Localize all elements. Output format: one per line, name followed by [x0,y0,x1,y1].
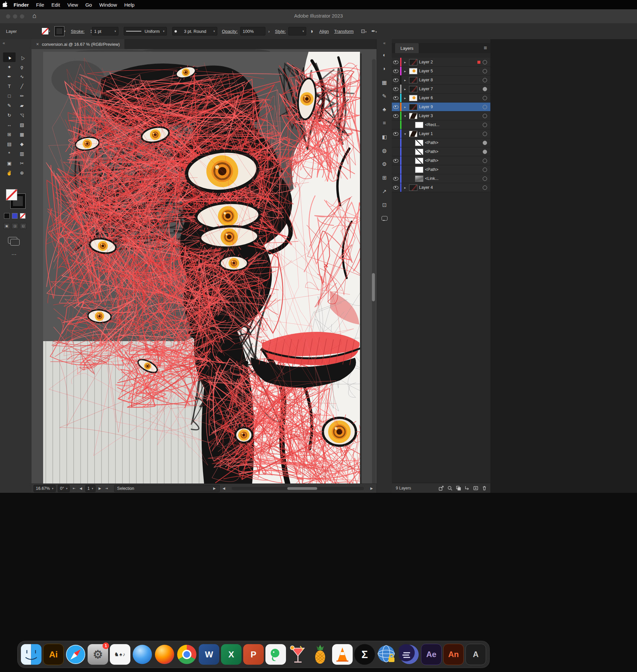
panel-icon-asset-export[interactable]: ⊡ [380,201,389,209]
visibility-toggle[interactable] [392,183,400,192]
expand-chevron-icon[interactable]: ▸ [403,96,407,100]
expand-chevron-icon[interactable]: ▸ [403,105,407,109]
dock-icon-vlc[interactable] [332,644,353,665]
panel-icon-stroke[interactable]: ≡ [380,119,389,127]
opacity-field[interactable]: 100% [240,27,266,36]
dock-icon-excel[interactable]: X [221,644,241,665]
dock-icon-globe-lock-app[interactable] [377,644,397,665]
layer-thumbnail[interactable] [415,167,423,173]
horizontal-scrollbar[interactable] [232,487,364,490]
layer-row-layer-2[interactable]: ▸ Layer 2 [392,58,490,67]
tool-selection[interactable]: ▲ [3,52,16,62]
panel-icon-brushes[interactable]: ✎ [380,92,389,100]
tool-magic-wand[interactable]: ✦ [3,62,16,72]
menu-file[interactable]: File [33,2,48,7]
tool-perspective-grid[interactable]: ⊞ [3,129,16,139]
variable-width-dropdown[interactable]: Uniform▾ [124,27,167,36]
layer-row-layer-6[interactable]: ▸ Layer 6 [392,94,490,103]
visibility-toggle[interactable] [392,103,400,111]
layer-thumbnail[interactable] [409,113,417,119]
dock-icon-pineapple-app[interactable] [310,644,330,665]
target-circle-icon[interactable] [483,96,487,100]
tool-width[interactable]: ↔ [3,120,16,129]
tool-paintbrush[interactable]: ✏ [16,91,28,101]
panel-icon-transparency[interactable]: ◍ [380,146,389,154]
stroke-weight-field[interactable]: 1 pt▾ [92,27,119,36]
layer-row-layer-3[interactable]: ▾ Layer 3 [392,111,490,121]
menu-window[interactable]: Window [95,2,121,7]
fill-swatch-none[interactable] [6,189,17,200]
style-label[interactable]: Style: [275,29,286,34]
canvas[interactable] [32,49,377,484]
scroll-right-button[interactable]: ▶ [369,487,374,490]
horizontal-scroll-thumb[interactable] [287,487,317,490]
brush-preset-dropdown[interactable]: 3 pt. Round▾ [172,27,217,36]
screen-mode-icon[interactable] [8,237,17,243]
layer-name[interactable]: <Path> [425,158,483,163]
layer-row-layer-7[interactable]: ▸ Layer 7 [392,85,490,94]
layer-thumbnail[interactable] [409,104,417,110]
panel-icon-export[interactable]: ↗ [380,187,389,195]
new-layer-icon[interactable] [473,486,478,491]
edit-toolbar-icon[interactable]: … [11,250,17,256]
locate-object-icon[interactable] [447,486,453,491]
tool-direct-selection[interactable]: △ [16,52,28,62]
layer-row--path-[interactable]: <Path> [392,165,490,174]
layer-thumbnail[interactable] [415,149,423,155]
close-tab-icon[interactable]: × [36,41,39,47]
new-sublayer-icon[interactable] [465,486,470,491]
dock-icon-evernote[interactable] [266,644,286,665]
dock-icon-animate[interactable]: An [443,644,464,665]
dock-icon-illustrator[interactable]: Ai [43,644,64,665]
color-button[interactable] [4,213,10,219]
target-circle-icon[interactable] [483,114,487,118]
scroll-left-button[interactable]: ◀ [222,487,226,490]
dock-icon-safari[interactable] [65,644,86,665]
layer-name[interactable]: <Path> [425,140,483,145]
draw-behind-button[interactable]: ◲ [12,223,18,229]
expand-chevron-icon[interactable]: ▸ [403,69,407,73]
layer-name[interactable]: <Path> [425,167,483,172]
panel-icon-gradient[interactable]: ◧ [380,133,389,141]
visibility-toggle[interactable] [392,174,400,183]
target-circle-icon[interactable] [483,168,487,172]
menu-edit[interactable]: Edit [48,2,64,7]
rotation-dropdown[interactable]: 0°▾ [58,485,70,492]
tool-column-graph[interactable]: ▥ [16,149,28,158]
tool-scale[interactable]: ◹ [16,110,28,120]
tool-eraser[interactable]: ▰ [16,101,28,110]
menu-go[interactable]: Go [81,2,95,7]
visibility-toggle[interactable] [392,129,400,138]
layer-name[interactable]: Layer 3 [419,113,483,118]
layer-thumbnail[interactable] [409,131,417,137]
dock-icon-eclipse[interactable] [399,644,419,665]
layer-thumbnail[interactable] [409,68,417,74]
layer-name[interactable]: Layer 7 [419,87,483,91]
layer-row--rect-[interactable]: <Rect... [392,121,490,129]
layer-thumbnail[interactable] [409,86,417,92]
tool-symbol-sprayer[interactable]: ＊ [3,149,16,158]
stroke-swatch[interactable] [55,26,64,36]
artboard-number-dropdown[interactable]: 1▾ [85,485,95,492]
document-setup-icon[interactable]: ◑ [310,28,313,35]
gradient-button[interactable] [12,213,18,219]
target-circle-icon[interactable] [483,105,487,109]
layer-thumbnail[interactable] [415,158,423,164]
tool-curvature[interactable]: ∿ [16,72,28,81]
collect-export-icon[interactable] [439,486,444,491]
active-app-menu[interactable]: Finder [10,2,33,7]
fill-stroke-widget[interactable] [6,189,25,208]
target-circle-icon[interactable] [483,185,487,190]
target-circle-icon[interactable] [483,60,487,65]
layer-thumbnail[interactable] [409,184,417,191]
visibility-toggle[interactable] [392,76,400,84]
layer-thumbnail[interactable] [415,140,423,146]
dock-icon-system-settings[interactable]: ⚙ 1 [88,644,108,665]
dock-icon-after-effects[interactable]: Ae [421,644,441,665]
visibility-toggle[interactable] [392,111,400,120]
panel-icon-shape-builder[interactable]: ◗ [380,65,389,73]
tool-line-segment[interactable]: ╱ [16,81,28,91]
layer-name[interactable]: Layer 6 [419,95,483,100]
layer-name[interactable]: Layer 5 [419,69,483,73]
visibility-toggle[interactable] [392,156,400,165]
